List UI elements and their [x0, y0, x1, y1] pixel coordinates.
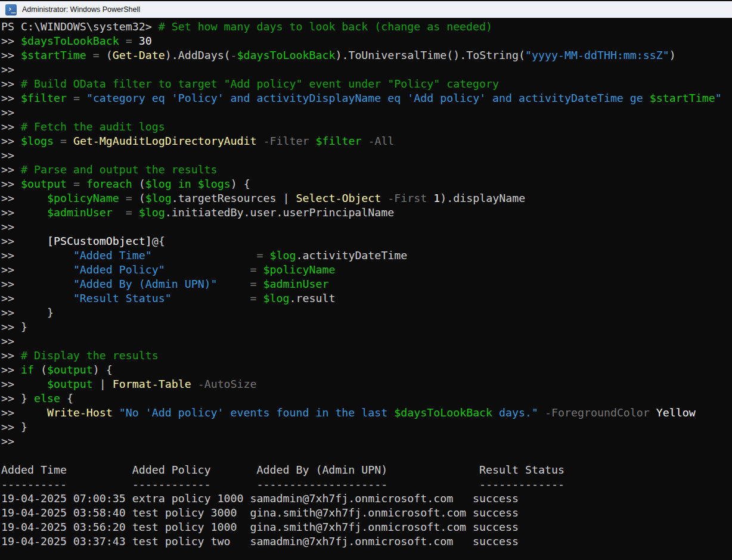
terminal-line: >> $logs = Get-MgAuditLogDirectoryAudit … [1, 134, 732, 148]
terminal-line: >> } else { [1, 391, 732, 406]
terminal-line: >> # Parse and output the results [1, 163, 732, 177]
terminal-line: >> $output = foreach ($log in $logs) { [1, 177, 732, 191]
terminal-line: >> } [1, 320, 732, 334]
terminal-line: >> "Added Policy" = $policyName [1, 263, 732, 277]
terminal-line: ---------- ------------ ----------------… [1, 477, 732, 491]
terminal-line: >> $filter = "category eq 'Policy' and a… [1, 91, 732, 105]
terminal-line: >> Write-Host "No 'Add policy' events fo… [1, 406, 732, 420]
terminal-line: >> # Fetch the audit logs [1, 120, 732, 134]
terminal-line: >> [1, 105, 732, 120]
terminal-line: 19-04-2025 07:00:35 extra policy 1000 sa… [1, 491, 732, 506]
terminal-line: >> # Display the results [1, 349, 732, 363]
terminal-line: >> $adminUser = $log.initiatedBy.user.us… [1, 206, 732, 220]
terminal-line: >> if ($output) { [1, 363, 732, 377]
terminal-line: PS C:\WINDOWS\system32> # Set how many d… [1, 20, 732, 34]
terminal-line: >> "Added Time" = $log.activityDateTime [1, 248, 732, 263]
terminal-line: >> $policyName = ($log.targetResources |… [1, 191, 732, 206]
window-title: Administrator: Windows PowerShell [22, 5, 140, 14]
terminal-line: >> [PSCustomObject]@{ [1, 234, 732, 248]
terminal-line: >> [1, 220, 732, 234]
terminal-output[interactable]: PS C:\WINDOWS\system32> # Set how many d… [0, 18, 732, 560]
terminal-line: >> # Build OData filter to target "Add p… [1, 77, 732, 91]
powershell-window: ›_ Administrator: Windows PowerShell PS … [0, 0, 732, 560]
terminal-line: >> $startTime = (Get-Date).AddDays(-$day… [1, 48, 732, 63]
terminal-line: >> [1, 63, 732, 77]
titlebar[interactable]: ›_ Administrator: Windows PowerShell [0, 0, 732, 18]
terminal-line: 19-04-2025 03:56:20 test policy 1000 gin… [1, 520, 732, 534]
terminal-line: >> $daysToLookBack = 30 [1, 34, 732, 48]
terminal-line [1, 449, 732, 463]
powershell-icon-glyph: ›_ [8, 4, 15, 13]
terminal-line: 19-04-2025 03:58:40 test policy 3000 gin… [1, 506, 732, 520]
terminal-line: 19-04-2025 03:37:43 test policy two sama… [1, 534, 732, 549]
terminal-line: >> "Result Status" = $log.result [1, 291, 732, 306]
terminal-line: >> [1, 334, 732, 349]
terminal-line: >> } [1, 306, 732, 320]
terminal-line: >> } [1, 420, 732, 434]
terminal-line: >> [1, 434, 732, 449]
terminal-line: >> $output | Format-Table -AutoSize [1, 377, 732, 391]
powershell-icon: ›_ [5, 4, 17, 15]
terminal-line: >> "Added By (Admin UPN)" = $adminUser [1, 277, 732, 291]
terminal-line: >> [1, 148, 732, 163]
terminal-line: Added Time Added Policy Added By (Admin … [1, 463, 732, 477]
